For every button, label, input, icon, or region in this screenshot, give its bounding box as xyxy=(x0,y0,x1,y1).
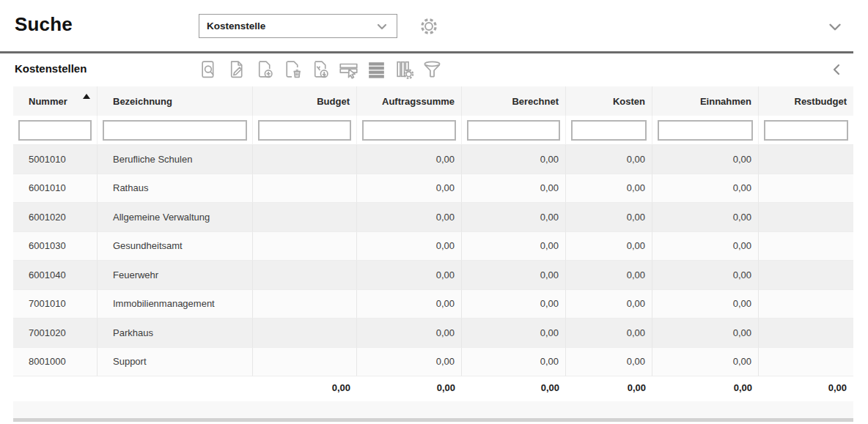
cell-kosten: 0,00 xyxy=(566,290,652,319)
cell-kosten: 0,00 xyxy=(566,174,652,204)
column-settings-button[interactable] xyxy=(393,57,416,82)
cell-berechnet: 0,00 xyxy=(462,319,566,348)
table-row[interactable]: 6001030Gesundheitsamt0,000,000,000,00 xyxy=(13,232,853,261)
cell-bezeichnung: Rathaus xyxy=(98,174,253,204)
add-record-button[interactable] xyxy=(254,57,276,82)
cell-berechnet: 0,00 xyxy=(462,290,566,319)
table-row[interactable]: 7001020Parkhaus0,000,000,000,00 xyxy=(13,319,853,348)
search-type-value: Kostenstelle xyxy=(207,21,373,31)
cell-budget xyxy=(253,319,357,348)
panel-title: Kostenstellen xyxy=(15,62,87,75)
cell-bezeichnung: Support xyxy=(98,348,253,377)
cell-restbudget xyxy=(759,348,853,377)
cell-budget xyxy=(253,203,357,232)
column-header-berechnet[interactable]: Berechnet xyxy=(462,86,566,116)
cell-auftragssumme: 0,00 xyxy=(357,348,462,377)
filter-input-einnahmen[interactable] xyxy=(658,120,753,141)
cell-budget xyxy=(253,290,357,319)
cell-restbudget xyxy=(759,232,853,261)
table-row[interactable]: 5001010Berufliche Schulen0,000,000,000,0… xyxy=(13,145,853,174)
cell-berechnet: 0,00 xyxy=(462,261,566,290)
filter-input-auftragssumme[interactable] xyxy=(362,120,456,141)
cell-berechnet: 0,00 xyxy=(462,145,566,174)
cell-einnahmen: 0,00 xyxy=(652,290,759,319)
cell-budget xyxy=(253,145,357,174)
cell-auftragssumme: 0,00 xyxy=(357,203,462,232)
table-row[interactable]: 6001040Feuerwehr0,000,000,000,00 xyxy=(13,261,853,290)
table-filter-row xyxy=(13,116,853,145)
cell-bezeichnung: Parkhaus xyxy=(98,319,253,348)
export-record-button[interactable] xyxy=(309,57,332,82)
cell-einnahmen: 0,00 xyxy=(652,145,759,174)
table-row[interactable]: 6001020Allgemeine Verwaltung0,000,000,00… xyxy=(13,203,853,232)
cell-einnahmen: 0,00 xyxy=(652,261,759,290)
table-row[interactable]: 8001000Support0,000,000,000,00 xyxy=(13,348,853,377)
search-type-dropdown[interactable]: Kostenstelle xyxy=(199,14,397,38)
cell-berechnet: 0,00 xyxy=(462,348,566,377)
cell-auftragssumme: 0,00 xyxy=(357,174,462,204)
cell-nummer: 8001000 xyxy=(13,348,98,377)
cell-budget xyxy=(253,348,357,377)
cell-kosten: 0,00 xyxy=(566,232,652,261)
row-display-button[interactable] xyxy=(365,57,388,82)
cell-berechnet: 0,00 xyxy=(462,203,566,232)
cell-einnahmen: 0,00 xyxy=(652,319,759,348)
column-header-bezeichnung[interactable]: Bezeichnung xyxy=(98,86,253,116)
cell-bezeichnung: Gesundheitsamt xyxy=(98,232,253,261)
cell-kosten: 0,00 xyxy=(566,203,652,232)
cell-restbudget xyxy=(759,203,853,232)
cell-bezeichnung: Feuerwehr xyxy=(98,261,253,290)
cell-nummer: 6001020 xyxy=(13,203,98,232)
delete-record-button[interactable] xyxy=(282,57,304,82)
column-header-nummer[interactable]: Nummer xyxy=(13,86,98,116)
table-row[interactable]: 6001010Rathaus0,000,000,000,00 xyxy=(13,174,853,204)
horizontal-scrollbar[interactable] xyxy=(13,418,853,422)
column-header-budget[interactable]: Budget xyxy=(253,86,357,116)
cell-restbudget xyxy=(759,261,853,290)
filter-input-budget[interactable] xyxy=(258,120,351,141)
collapse-panel-button[interactable] xyxy=(827,60,846,79)
delete-record-icon xyxy=(282,59,304,81)
column-header-kosten[interactable]: Kosten xyxy=(566,86,652,116)
cell-nummer: 6001010 xyxy=(13,174,98,204)
select-rows-button[interactable] xyxy=(337,57,360,82)
view-record-icon xyxy=(199,59,220,81)
filter-icon xyxy=(421,59,444,81)
cell-auftragssumme: 0,00 xyxy=(357,145,462,174)
filter-button[interactable] xyxy=(421,57,444,82)
cell-restbudget xyxy=(759,145,853,174)
cell-nummer: 6001040 xyxy=(13,261,98,290)
collapse-search-button[interactable] xyxy=(825,18,845,37)
cell-bezeichnung: Allgemeine Verwaltung xyxy=(98,203,253,232)
cell-einnahmen: 0,00 xyxy=(652,174,759,204)
row-display-icon xyxy=(366,59,387,81)
cell-kosten: 0,00 xyxy=(566,261,652,290)
table-row[interactable]: 7001010Immobilienmanagement0,000,000,000… xyxy=(13,290,853,319)
cell-auftragssumme: 0,00 xyxy=(357,232,462,261)
settings-gear-button[interactable] xyxy=(417,15,441,38)
cell-budget xyxy=(253,174,357,204)
cell-einnahmen: 0,00 xyxy=(652,348,759,377)
add-record-icon xyxy=(254,59,276,81)
cell-nummer: 7001020 xyxy=(13,319,98,348)
column-header-restbudget[interactable]: Restbudget xyxy=(759,86,853,116)
filter-input-bezeichnung[interactable] xyxy=(103,120,247,141)
table-totals-row: 0,00 0,00 0,00 0,00 0,00 0,00 xyxy=(13,376,853,399)
total-restbudget: 0,00 xyxy=(759,376,853,399)
kostenstellen-panel-bar: Kostenstellen xyxy=(0,53,868,86)
edit-record-button[interactable] xyxy=(226,57,249,82)
view-record-button[interactable] xyxy=(198,57,221,82)
edit-record-icon xyxy=(227,59,248,81)
filter-input-restbudget[interactable] xyxy=(764,120,848,141)
filter-input-nummer[interactable] xyxy=(18,120,92,141)
total-budget: 0,00 xyxy=(253,376,357,399)
filter-input-berechnet[interactable] xyxy=(467,120,560,141)
filter-input-kosten[interactable] xyxy=(571,120,647,141)
gear-icon xyxy=(418,15,440,37)
table-body: 5001010Berufliche Schulen0,000,000,000,0… xyxy=(13,145,853,376)
cell-nummer: 7001010 xyxy=(13,290,98,319)
column-header-einnahmen[interactable]: Einnahmen xyxy=(652,86,759,116)
kostenstellen-table: Nummer Bezeichnung Budget Auftragssumme … xyxy=(13,86,853,399)
total-einnahmen: 0,00 xyxy=(652,376,759,399)
column-header-auftragssumme[interactable]: Auftragssumme xyxy=(357,86,462,116)
